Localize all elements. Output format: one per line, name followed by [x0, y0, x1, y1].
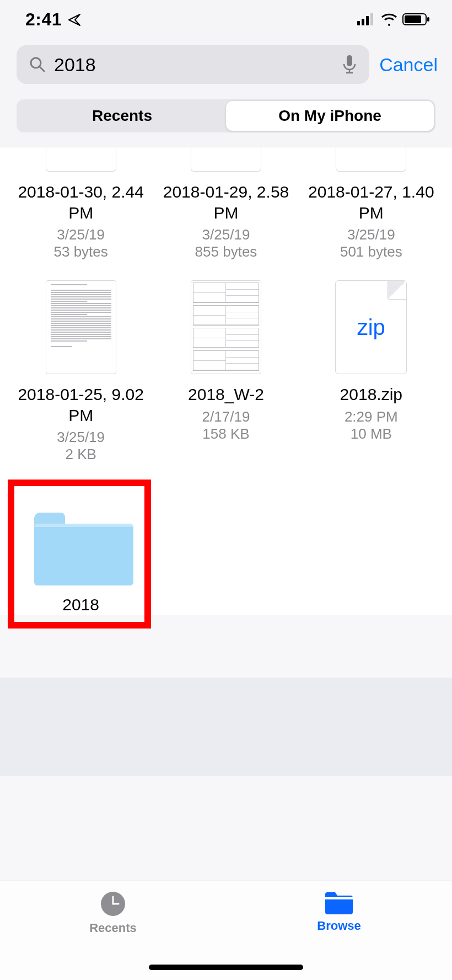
zip-label: zip [357, 315, 385, 340]
folder-icon [324, 890, 354, 915]
svg-rect-3 [370, 13, 373, 25]
file-name: 2018.zip [340, 384, 402, 405]
file-size: 53 bytes [54, 243, 108, 260]
clock-icon [99, 890, 127, 918]
file-date: 3/25/19 [347, 226, 395, 243]
folder-item[interactable]: 2018 [17, 483, 145, 615]
wifi-icon [380, 13, 398, 26]
svg-rect-6 [427, 17, 429, 22]
scope-segmented: Recents On My iPhone [17, 99, 435, 132]
file-item[interactable]: 2018_W-2 2/17/19 158 KB [162, 280, 290, 463]
file-date: 3/25/19 [57, 226, 105, 243]
file-name: 2018-01-25, 9.02 PM [17, 384, 145, 425]
file-item[interactable]: 2018-01-29, 2.58 PM 3/25/19 855 bytes [162, 147, 290, 260]
keyboard-accessory [0, 678, 452, 776]
tab-label: Recents [89, 921, 137, 935]
file-size: 2 KB [65, 446, 96, 463]
home-indicator[interactable] [149, 965, 303, 970]
search-input[interactable] [46, 54, 342, 76]
file-item[interactable]: 2018-01-27, 1.40 PM 3/25/19 501 bytes [307, 147, 435, 260]
file-date: 2:29 PM [345, 408, 398, 425]
cancel-button[interactable]: Cancel [379, 54, 440, 76]
search-row: Cancel [0, 39, 452, 90]
thumbnail: zip [324, 280, 418, 374]
file-date: 3/25/19 [202, 226, 250, 243]
battery-icon [402, 13, 430, 26]
thumbnail [34, 280, 128, 374]
svg-rect-0 [357, 21, 360, 25]
thumbnail [179, 280, 273, 374]
folder-icon [34, 507, 128, 584]
scope-row: Recents On My iPhone [0, 90, 452, 147]
microphone-icon[interactable] [342, 54, 357, 75]
results-grid: 2018-01-30, 2.44 PM 3/25/19 53 bytes 201… [0, 147, 452, 615]
status-time-text: 2:41 [25, 9, 62, 29]
svg-rect-2 [366, 16, 369, 25]
scope-on-my-iphone[interactable]: On My iPhone [226, 101, 434, 131]
search-icon [29, 56, 46, 73]
scope-recents[interactable]: Recents [18, 101, 226, 131]
file-item[interactable]: zip 2018.zip 2:29 PM 10 MB [307, 280, 435, 463]
file-size: 501 bytes [340, 243, 402, 260]
tab-label: Browse [317, 919, 360, 933]
file-size: 10 MB [351, 425, 392, 443]
file-name: 2018-01-27, 1.40 PM [307, 182, 435, 223]
svg-rect-9 [347, 55, 352, 66]
thumbnail [324, 147, 418, 172]
status-time: 2:41 [25, 9, 81, 30]
location-icon [68, 13, 81, 26]
search-box[interactable] [17, 45, 369, 84]
cellular-icon [357, 13, 376, 25]
status-right [357, 13, 430, 26]
file-name: 2018_W-2 [188, 384, 264, 405]
file-name: 2018-01-30, 2.44 PM [17, 182, 145, 223]
thumbnail [34, 147, 128, 172]
svg-rect-15 [325, 897, 353, 899]
file-item[interactable]: 2018-01-30, 2.44 PM 3/25/19 53 bytes [17, 147, 145, 260]
thumbnail [34, 496, 128, 584]
file-name: 2018 [62, 594, 99, 615]
svg-rect-1 [362, 19, 364, 25]
file-size: 158 KB [202, 425, 249, 443]
svg-line-8 [40, 67, 44, 71]
file-name: 2018-01-29, 2.58 PM [162, 182, 290, 223]
file-date: 2/17/19 [202, 408, 250, 425]
file-item[interactable]: 2018-01-25, 9.02 PM 3/25/19 2 KB [17, 280, 145, 463]
file-size: 855 bytes [195, 243, 257, 260]
svg-rect-5 [405, 15, 421, 23]
thumbnail [179, 147, 273, 172]
file-date: 3/25/19 [57, 429, 105, 446]
status-bar: 2:41 [0, 0, 452, 39]
